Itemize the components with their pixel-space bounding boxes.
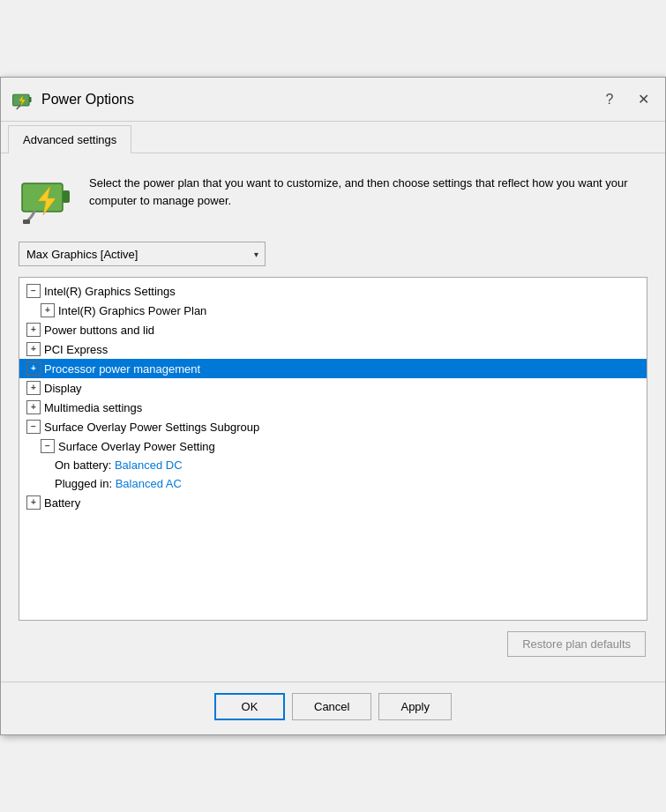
dialog-buttons: OK Cancel Apply xyxy=(1,682,665,734)
power-icon xyxy=(10,87,34,112)
window-title: Power Options xyxy=(41,92,596,108)
content-area: Select the power plan that you want to c… xyxy=(1,153,665,674)
tab-advanced-settings[interactable]: Advanced settings xyxy=(8,125,131,153)
battery-icon xyxy=(19,171,75,227)
tree-item-surface-subgroup[interactable]: − Surface Overlay Power Settings Subgrou… xyxy=(19,417,647,436)
dropdown-wrapper[interactable]: Max Graphics [Active] Balanced Power sav… xyxy=(19,242,266,266)
tree-item-plugged-in[interactable]: Plugged in: Balanced AC xyxy=(19,474,647,493)
tree-item-processor-power[interactable]: + Processor power management xyxy=(19,359,647,378)
tree-list: − Intel(R) Graphics Settings + Intel(R) … xyxy=(19,278,647,516)
svg-rect-7 xyxy=(23,220,30,224)
tree-label-surface-subgroup: Surface Overlay Power Settings Subgroup xyxy=(44,421,259,434)
svg-rect-5 xyxy=(63,190,70,203)
cancel-button[interactable]: Cancel xyxy=(292,693,371,720)
tree-icon-plus: + xyxy=(26,495,41,510)
tree-item-surface-setting[interactable]: − Surface Overlay Power Setting xyxy=(19,436,647,456)
description-block: Select the power plan that you want to c… xyxy=(19,171,647,227)
tree-label-processor-power: Processor power management xyxy=(44,362,200,376)
description-text: Select the power plan that you want to c… xyxy=(89,171,647,209)
tree-icon-plus: + xyxy=(41,303,55,317)
tree-label-on-battery-value[interactable]: Balanced DC xyxy=(115,458,183,472)
title-bar-controls: ? ✕ xyxy=(596,86,656,113)
tree-item-intel-graphics-power[interactable]: + Intel(R) Graphics Power Plan xyxy=(19,301,647,320)
tree-label-intel-graphics-power: Intel(R) Graphics Power Plan xyxy=(58,304,206,317)
apply-button[interactable]: Apply xyxy=(378,693,452,720)
tree-label-plugged-in-prefix: Plugged in: xyxy=(55,477,112,490)
tree-icon-minus: − xyxy=(41,439,55,453)
tree-icon-plus: + xyxy=(26,381,41,395)
tree-item-battery[interactable]: + Battery xyxy=(19,493,647,512)
tree-icon-plus: + xyxy=(26,323,41,337)
tree-label-on-battery-prefix: On battery: xyxy=(55,458,111,472)
svg-line-3 xyxy=(17,106,20,109)
tree-icon-plus: + xyxy=(26,342,41,356)
ok-button[interactable]: OK xyxy=(214,693,285,720)
dropdown-container: Max Graphics [Active] Balanced Power sav… xyxy=(19,242,647,266)
footer-btn-row: Restore plan defaults xyxy=(19,631,647,657)
close-button[interactable]: ✕ xyxy=(630,86,656,113)
tree-label-pci-express: PCI Express xyxy=(44,343,108,356)
tree-item-power-buttons[interactable]: + Power buttons and lid xyxy=(19,320,647,339)
tree-item-intel-graphics[interactable]: − Intel(R) Graphics Settings xyxy=(19,281,647,301)
tree-icon-minus: − xyxy=(26,284,41,298)
tree-item-multimedia[interactable]: + Multimedia settings xyxy=(19,398,647,417)
help-button[interactable]: ? xyxy=(596,86,623,113)
tree-label-surface-setting: Surface Overlay Power Setting xyxy=(58,440,215,453)
tree-label-intel-graphics: Intel(R) Graphics Settings xyxy=(44,285,176,298)
tree-label-plugged-in-value[interactable]: Balanced AC xyxy=(116,477,182,490)
power-plan-dropdown[interactable]: Max Graphics [Active] Balanced Power sav… xyxy=(19,242,266,266)
tab-bar: Advanced settings xyxy=(1,122,665,153)
svg-rect-1 xyxy=(29,97,31,102)
restore-plan-defaults-button[interactable]: Restore plan defaults xyxy=(507,631,646,657)
power-options-window: Power Options ? ✕ Advanced settings Sele… xyxy=(0,77,666,735)
tree-icon-plus: + xyxy=(26,400,41,414)
tree-label-multimedia: Multimedia settings xyxy=(44,401,142,414)
tree-label-power-buttons: Power buttons and lid xyxy=(44,324,154,337)
tree-item-pci-express[interactable]: + PCI Express xyxy=(19,339,647,359)
tree-icon-minus: − xyxy=(26,420,41,434)
settings-tree[interactable]: − Intel(R) Graphics Settings + Intel(R) … xyxy=(19,277,647,621)
tree-label-battery: Battery xyxy=(44,496,80,510)
tree-label-display: Display xyxy=(44,382,82,395)
tree-icon-plus: + xyxy=(26,361,41,376)
title-bar: Power Options ? ✕ xyxy=(1,78,665,122)
tree-item-display[interactable]: + Display xyxy=(19,378,647,398)
tree-item-on-battery[interactable]: On battery: Balanced DC xyxy=(19,456,647,474)
